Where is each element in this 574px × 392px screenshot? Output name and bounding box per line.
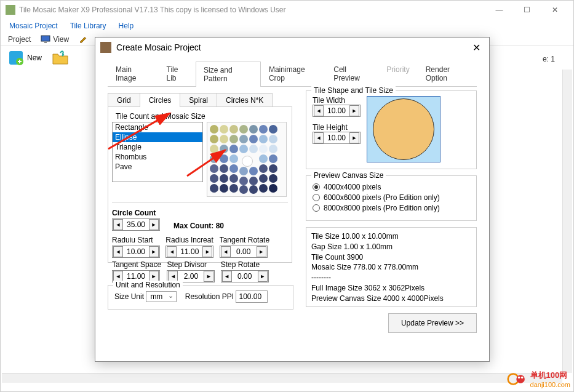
radio-icon — [313, 194, 320, 201]
tile-shape-preview — [367, 96, 440, 162]
radius-start-spinner[interactable]: ◄10.00► — [112, 246, 160, 258]
tab-priority[interactable]: Priority — [378, 61, 417, 86]
new-project-button[interactable]: New — [3, 47, 46, 68]
info-line: Mosaic Size 778.00 x 778.00mm — [311, 262, 471, 273]
resolution-input[interactable] — [236, 290, 268, 303]
preview-canvas-group: Preview Canvas Size 4000x4000 pixels 600… — [306, 175, 477, 221]
toolbar-view-label: View — [36, 34, 74, 45]
subtab-circles-nk[interactable]: Circles N*K — [217, 93, 273, 107]
tile-count-label: Tile Count and Mosaic Size — [116, 112, 288, 121]
step-rotate-spinner[interactable]: ◄0.00► — [221, 270, 269, 282]
app-icon — [6, 5, 15, 15]
tile-shape-circle — [373, 98, 434, 160]
open-project-button[interactable] — [47, 47, 73, 68]
dialog-close-button[interactable]: ✕ — [468, 39, 484, 55]
watermark-line1: 单机100网 — [530, 370, 570, 381]
svg-point-7 — [521, 377, 523, 378]
svg-point-6 — [517, 377, 519, 378]
tile-height-label: Tile Height — [313, 123, 361, 132]
tile-shape-group: Tile Shape and Tile Size Tile Width ◄10.… — [306, 90, 477, 169]
menu-help[interactable]: Help — [113, 20, 140, 31]
svg-rect-0 — [41, 36, 50, 41]
tile-shape-legend: Tile Shape and Tile Size — [311, 86, 396, 95]
tile-height-spinner[interactable]: ◄10.00► — [313, 132, 361, 144]
new-button-label: New — [27, 54, 42, 62]
tab-tile-lib[interactable]: Tile Lib — [159, 61, 196, 86]
circles-panel: Tile Count and Mosaic Size Rectangle Ell… — [108, 106, 292, 263]
dialog-titlebar: Create Mosaic Project ✕ — [95, 38, 489, 57]
watermark-icon — [507, 372, 528, 386]
pencil-icon — [79, 35, 89, 44]
maximize-button[interactable]: ☐ — [513, 1, 541, 18]
radius-start-label: Raduiu Start — [112, 236, 160, 244]
tab-mainimage-crop[interactable]: Mainimage Crop — [261, 61, 325, 86]
canvas-opt-6000[interactable]: 6000x6000 pixels (Pro Edition only) — [313, 193, 470, 202]
info-line: Full Image Size 3062 x 3062Pixels — [311, 283, 471, 294]
pattern-preview — [207, 122, 287, 197]
tab-main-image[interactable]: Main Image — [108, 61, 159, 86]
toolbar-edit-icon — [74, 34, 94, 45]
size-unit-label: Size Unit — [114, 292, 144, 301]
shape-listbox[interactable]: Rectangle Ellipse Triangle Rhombus Pave — [112, 122, 203, 182]
tangent-rotate-spinner[interactable]: ◄0.00► — [220, 246, 268, 258]
tab-cell-preview[interactable]: Cell Preview — [325, 61, 378, 86]
status-text: e: 1 — [543, 55, 555, 63]
update-preview-button[interactable]: Update Preview >> — [388, 313, 477, 333]
close-button[interactable]: ✕ — [541, 1, 568, 18]
menu-tile-library[interactable]: Tile Library — [64, 20, 113, 31]
monitor-icon — [41, 35, 50, 44]
unit-resolution-legend: Unit and Resolution — [113, 281, 183, 289]
watermark: 单机100网 danji100.com — [507, 370, 570, 388]
circle-count-label: Circle Count — [112, 209, 160, 217]
subtab-circles[interactable]: Circles — [140, 93, 181, 107]
tile-width-label: Tile Width — [313, 96, 361, 105]
tile-width-spinner[interactable]: ◄10.00► — [313, 105, 361, 117]
max-count-label: Max Count: 80 — [173, 222, 224, 232]
radius-increat-label: Radius Increat — [165, 236, 213, 244]
preview-canvas-legend: Preview Canvas Size — [311, 171, 386, 180]
vertical-scrollbar[interactable] — [562, 70, 572, 373]
canvas-opt-8000[interactable]: 8000x8000 pixels (Pro Edition only) — [313, 204, 470, 212]
new-file-icon — [7, 49, 25, 66]
step-rotate-label: Step Rotate — [221, 260, 269, 269]
shape-item-ellipse[interactable]: Ellipse — [113, 132, 202, 142]
dialog-tabs: Main Image Tile Lib Size and Pattern Mai… — [108, 61, 477, 87]
circle-count-inc[interactable]: ► — [149, 219, 159, 230]
minimize-button[interactable]: — — [485, 1, 513, 18]
radius-increat-spinner[interactable]: ◄11.00► — [165, 246, 213, 258]
svg-rect-1 — [44, 42, 47, 43]
circle-count-value[interactable]: 35.00 — [124, 220, 148, 229]
subtab-spiral[interactable]: Spiral — [180, 93, 217, 107]
shape-item-rectangle[interactable]: Rectangle — [113, 122, 202, 132]
resolution-label: Resolution PPI — [185, 292, 234, 301]
info-line: Preview Canvas Size 4000 x 4000Pixels — [311, 294, 471, 304]
subtab-grid[interactable]: Grid — [108, 93, 140, 107]
create-mosaic-dialog: Create Mosaic Project ✕ Main Image Tile … — [95, 37, 490, 362]
info-line: Tile Size 10.00 x 10.00mm — [311, 231, 471, 242]
pattern-subtabs: Grid Circles Spiral Circles N*K — [108, 93, 293, 107]
menubar: Mosaic Project Tile Library Help — [1, 19, 573, 33]
size-unit-select[interactable]: mm — [146, 291, 177, 302]
tangent-rotate-label: Tangent Rotate — [220, 236, 269, 244]
menu-mosaic-project[interactable]: Mosaic Project — [3, 20, 64, 31]
tab-size-pattern[interactable]: Size and Pattern — [196, 62, 261, 87]
step-divisor-label: Step Divisor — [167, 260, 215, 269]
folder-open-icon — [52, 49, 69, 66]
dialog-title: Create Mosaic Project — [116, 42, 468, 52]
radio-icon — [313, 183, 320, 191]
canvas-opt-4000[interactable]: 4000x4000 pixels — [313, 183, 470, 191]
dialog-icon — [100, 42, 111, 53]
info-box: Tile Size 10.00 x 10.00mm Gap Size 1.00 … — [306, 227, 477, 307]
watermark-line2: danji100.com — [530, 381, 570, 388]
info-line: Tile Count 3900 — [311, 252, 471, 263]
shape-item-triangle[interactable]: Triangle — [113, 142, 202, 152]
shape-item-rhombus[interactable]: Rhombus — [113, 152, 202, 162]
info-line: -------- — [311, 273, 471, 283]
tab-render-option[interactable]: Render Option — [418, 61, 477, 86]
circle-count-spinner[interactable]: ◄ 35.00 ► — [112, 218, 160, 231]
radio-icon — [313, 204, 320, 212]
horizontal-scrollbar[interactable] — [2, 373, 562, 383]
unit-resolution-group: Unit and Resolution Size Unit mm Resolut… — [108, 285, 293, 310]
shape-item-pave[interactable]: Pave — [113, 162, 202, 172]
circle-count-dec[interactable]: ◄ — [113, 219, 123, 230]
